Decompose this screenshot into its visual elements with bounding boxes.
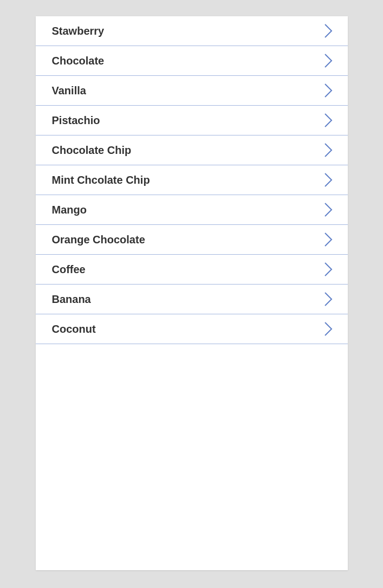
- list-item[interactable]: Coffee: [36, 255, 348, 285]
- list-item[interactable]: Mango: [36, 195, 348, 225]
- chevron-right-icon: [324, 23, 333, 38]
- list-item[interactable]: Chocolate Chip: [36, 135, 348, 165]
- list-item[interactable]: Pistachio: [36, 106, 348, 135]
- list-item[interactable]: Mint Chcolate Chip: [36, 165, 348, 195]
- chevron-right-icon: [324, 321, 333, 337]
- chevron-right-icon: [324, 83, 333, 98]
- chevron-right-icon: [324, 172, 333, 188]
- list-item-label: Coconut: [52, 323, 96, 335]
- list-item-label: Mint Chcolate Chip: [52, 174, 150, 186]
- chevron-right-icon: [324, 262, 333, 277]
- chevron-right-icon: [324, 202, 333, 217]
- list-item[interactable]: Orange Chocolate: [36, 225, 348, 255]
- chevron-right-icon: [324, 232, 333, 247]
- chevron-right-icon: [324, 113, 333, 128]
- list-item-label: Mango: [52, 204, 87, 216]
- list-item[interactable]: Coconut: [36, 314, 348, 344]
- list-container: Stawberry Chocolate Vanilla Pistachio Ch…: [36, 16, 348, 570]
- list-item-label: Stawberry: [52, 25, 105, 37]
- list-item-label: Vanilla: [52, 85, 86, 97]
- list-item-label: Chocolate Chip: [52, 144, 132, 157]
- chevron-right-icon: [324, 292, 333, 307]
- list-item-label: Pistachio: [52, 114, 100, 127]
- list-item[interactable]: Chocolate: [36, 46, 348, 76]
- flavor-list: Stawberry Chocolate Vanilla Pistachio Ch…: [36, 16, 348, 344]
- list-item[interactable]: Stawberry: [36, 16, 348, 46]
- list-item-label: Chocolate: [52, 55, 105, 67]
- list-item[interactable]: Banana: [36, 285, 348, 314]
- list-item-label: Banana: [52, 293, 91, 306]
- list-item-label: Coffee: [52, 263, 86, 276]
- list-item-label: Orange Chocolate: [52, 234, 145, 246]
- chevron-right-icon: [324, 53, 333, 68]
- chevron-right-icon: [324, 143, 333, 158]
- list-item[interactable]: Vanilla: [36, 76, 348, 106]
